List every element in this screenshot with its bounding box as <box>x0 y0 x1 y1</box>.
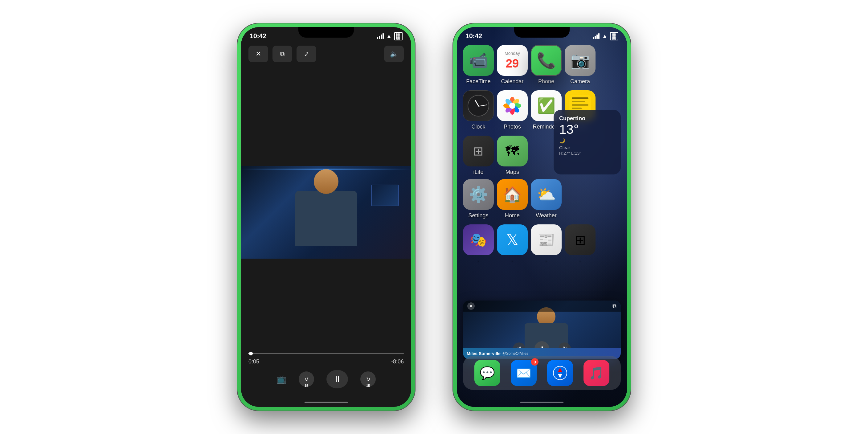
camera-icon: 📷 <box>565 45 595 76</box>
app-weather[interactable]: ⛅ Weather <box>531 179 562 219</box>
messages-icon: 💬 <box>474 360 500 386</box>
calendar-label: Calendar <box>501 78 523 85</box>
pip-top-bar: ✕ ⧉ <box>463 301 621 312</box>
video-top-controls: ✕ ⧉ ⤢ 🔈 <box>248 45 404 62</box>
progress-bar[interactable] <box>248 353 404 354</box>
app-maps[interactable]: 🗺 Maps <box>497 135 528 176</box>
app-row-1: 📹 FaceTime Monday 29 Calendar 📞 <box>463 45 621 85</box>
music-icon: 🎵 <box>584 360 610 386</box>
notch-2 <box>514 27 569 38</box>
dock-safari[interactable] <box>547 360 573 386</box>
dock-mail[interactable]: ✉️ 3 <box>511 360 537 386</box>
home-icon: 🏠 <box>497 179 528 210</box>
mail-badge: 3 <box>531 358 538 366</box>
status-icons-1: ▲ ▓ <box>377 32 403 40</box>
weather-hl: H:27° L:13° <box>559 151 615 156</box>
cast-button[interactable]: 📺 <box>277 374 286 384</box>
top-ctrl-left: ✕ ⧉ ⤢ <box>248 45 316 62</box>
weather-condition: Clear <box>559 145 615 150</box>
hour-hand <box>475 100 479 106</box>
app-news[interactable]: 📰 · <box>531 224 562 264</box>
app-grid-misc[interactable]: ⊞ · <box>565 224 595 264</box>
dock: 💬 ✉️ 3 <box>463 356 621 390</box>
progress-dot <box>249 352 253 355</box>
app-twitter[interactable]: 𝕏 · <box>497 224 528 264</box>
pip-button[interactable]: ⧉ <box>273 45 292 62</box>
app-misc1[interactable]: 🎭 · <box>463 224 494 264</box>
person-torso <box>295 191 357 246</box>
maps-icon: 🗺 <box>497 135 528 166</box>
notch-1 <box>299 27 354 38</box>
time-labels: 0:05 -8:06 <box>248 359 404 365</box>
pip-expand-button[interactable]: ⧉ <box>613 303 617 309</box>
app-facetime[interactable]: 📹 FaceTime <box>463 45 494 85</box>
app-calendar[interactable]: Monday 29 Calendar <box>497 45 528 85</box>
camera-label: Camera <box>570 78 590 85</box>
maps-label: Maps <box>505 169 519 176</box>
photos-icon <box>497 90 528 121</box>
remaining-time: -8:06 <box>391 359 404 365</box>
resize-button[interactable]: ⤢ <box>297 45 316 62</box>
person-head <box>314 169 338 194</box>
app-home[interactable]: 🏠 Home <box>497 179 528 219</box>
app-clock[interactable]: Clock <box>463 90 494 130</box>
safari-icon <box>547 360 573 386</box>
facetime-label: FaceTime <box>466 78 490 85</box>
clock-face <box>468 95 489 117</box>
pip-person-handle: @SomeOfMiles <box>502 351 528 356</box>
news-icon: 📰 <box>531 224 562 255</box>
home-label: Home <box>505 212 520 219</box>
close-button[interactable]: ✕ <box>248 45 268 62</box>
app-row-4: ⚙️ Settings 🏠 Home ⛅ Weather <box>463 179 621 219</box>
phone-1: 10:42 ▲ ▓ ✕ ⧉ <box>237 23 415 411</box>
forward-button[interactable]: ↻ 15 <box>360 371 376 387</box>
photos-label: Photos <box>504 124 521 130</box>
twitter-icon: 𝕏 <box>497 224 528 255</box>
weather-temp: 13° <box>559 123 615 136</box>
bg-monitor <box>371 185 399 206</box>
forward-label: 15 <box>366 384 370 388</box>
ilife-icon: ⊞ <box>463 135 494 166</box>
home-indicator-2 <box>520 402 563 403</box>
person-figure <box>289 169 363 255</box>
svg-point-8 <box>509 103 516 109</box>
signal-icon-2 <box>593 33 599 39</box>
phone-2: 10:42 ▲ ▓ 📹 FaceTime <box>453 23 631 411</box>
rewind-button[interactable]: ↺ 15 <box>299 371 314 387</box>
mail-icon: ✉️ 3 <box>511 360 537 386</box>
status-time-1: 10:42 <box>250 32 266 40</box>
clock-label: Clock <box>471 124 485 130</box>
svg-marker-13 <box>558 374 562 378</box>
video-screen: 10:42 ▲ ▓ ✕ ⧉ <box>241 27 411 407</box>
pip-close-button[interactable]: ✕ <box>467 302 475 310</box>
playback-buttons: 📺 ↺ 15 ⏸ ↻ 15 <box>248 370 404 389</box>
home-indicator-1 <box>305 402 348 403</box>
battery-icon: ▓ <box>394 32 403 40</box>
pause-button[interactable]: ⏸ <box>327 370 348 389</box>
video-frame <box>241 166 411 258</box>
dock-messages[interactable]: 💬 <box>474 360 500 386</box>
weather-label: Weather <box>536 212 557 219</box>
dock-music[interactable]: 🎵 <box>584 360 610 386</box>
volume-button[interactable]: 🔈 <box>384 45 404 62</box>
app-ilife[interactable]: ⊞ iLife <box>463 135 494 176</box>
wifi-icon: ▲ <box>386 33 392 39</box>
app-row-5: 🎭 · 𝕏 · 📰 · <box>463 224 621 264</box>
pause-icon: ⏸ <box>333 374 342 384</box>
app-camera[interactable]: 📷 Camera <box>565 45 595 85</box>
video-controls: 0:05 -8:06 📺 ↺ 15 ⏸ ↻ 15 <box>248 353 404 389</box>
signal-icon <box>377 33 384 39</box>
app-settings[interactable]: ⚙️ Settings <box>463 179 494 219</box>
current-time: 0:05 <box>248 359 259 365</box>
misc1-icon: 🎭 <box>463 224 494 255</box>
app-photos[interactable]: Photos <box>497 90 528 130</box>
app-phone[interactable]: 📞 Phone <box>531 45 562 85</box>
svg-marker-12 <box>558 368 562 372</box>
pip-person-name: Miles Somerville <box>467 351 501 356</box>
status-icons-2: ▲ ▓ <box>593 32 618 40</box>
calendar-icon: Monday 29 <box>497 45 528 76</box>
phone-label: Phone <box>538 78 554 85</box>
grid-misc-icon: ⊞ <box>565 224 595 255</box>
facetime-icon: 📹 <box>463 45 494 76</box>
status-time-2: 10:42 <box>465 32 482 40</box>
